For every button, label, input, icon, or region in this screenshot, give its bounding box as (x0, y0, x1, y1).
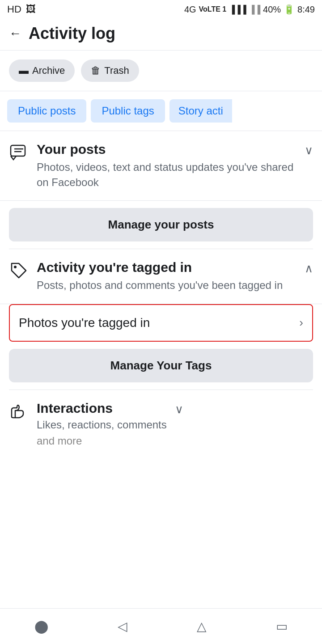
svg-point-3 (14, 266, 17, 268)
network-indicator: 4G (184, 4, 196, 15)
interactions-extra-desc: and more (9, 435, 313, 447)
filter-chips-row: ▬ Archive 🗑 Trash (0, 51, 322, 91)
your-posts-section: Your posts Photos, videos, text and stat… (0, 131, 322, 201)
nav-back-icon[interactable]: ◁ (118, 619, 127, 634)
battery-icon: 🔋 (284, 4, 295, 15)
posts-icon (9, 143, 29, 166)
interactions-section: Interactions Likes, reactions, comments … (0, 390, 322, 447)
signal-icon: ▐▐▐ (229, 5, 246, 14)
status-bar-right: 4G VoLTE 1 ▐▐▐ ▐▐ 40% 🔋 8:49 (184, 4, 315, 15)
photo-icon: 🖼 (26, 4, 36, 15)
archive-chip[interactable]: ▬ Archive (9, 59, 75, 82)
archive-icon: ▬ (19, 65, 29, 76)
archive-label: Archive (32, 65, 65, 76)
manage-posts-button[interactable]: Manage your posts (9, 208, 313, 242)
status-bar-left: HD 🖼 (7, 4, 36, 15)
activity-tagged-section: Activity you're tagged in Posts, photos … (0, 249, 322, 304)
hd-indicator: HD (7, 4, 21, 15)
photos-tagged-in-item[interactable]: Photos you're tagged in › (9, 304, 313, 342)
tab-public-posts[interactable]: Public posts (7, 99, 86, 123)
interactions-icon (9, 402, 29, 425)
trash-label: Trash (104, 65, 129, 76)
svg-rect-0 (11, 145, 25, 156)
time-display: 8:49 (297, 4, 315, 15)
nav-recents-icon[interactable]: ▭ (276, 619, 288, 634)
sim2-signal: ▐▐ (249, 5, 261, 14)
trash-icon: 🗑 (91, 65, 101, 76)
nav-up-icon[interactable]: △ (197, 619, 207, 634)
bottom-nav-bar: ⬤ ◁ △ ▭ (0, 608, 322, 644)
activity-tagged-chevron[interactable]: ∧ (305, 262, 313, 275)
nav-home-icon[interactable]: ⬤ (34, 619, 48, 634)
manage-tags-button[interactable]: Manage Your Tags (9, 349, 313, 382)
tab-story-activity[interactable]: Story acti (169, 99, 232, 123)
tag-icon (9, 261, 29, 284)
back-button[interactable]: ← (9, 26, 21, 41)
photos-tagged-label: Photos you're tagged in (19, 316, 150, 330)
page-title: Activity log (29, 24, 115, 43)
tab-public-tags[interactable]: Public tags (91, 99, 165, 123)
activity-tagged-desc: Posts, photos and comments you've been t… (37, 278, 305, 293)
your-posts-chevron[interactable]: ∨ (305, 144, 313, 157)
your-posts-desc: Photos, videos, text and status updates … (37, 160, 305, 190)
interactions-chevron[interactable]: ∨ (175, 402, 183, 416)
activity-tagged-title: Activity you're tagged in (37, 260, 305, 275)
photos-tagged-chevron: › (299, 316, 303, 330)
your-posts-title: Your posts (37, 142, 305, 157)
interactions-desc: Likes, reactions, comments (37, 419, 167, 431)
trash-chip[interactable]: 🗑 Trash (81, 59, 139, 82)
battery-indicator: 40% (263, 4, 281, 15)
status-bar: HD 🖼 4G VoLTE 1 ▐▐▐ ▐▐ 40% 🔋 8:49 (0, 0, 322, 17)
page-header: ← Activity log (0, 17, 322, 51)
volte-indicator: VoLTE 1 (199, 5, 227, 13)
interactions-title: Interactions (37, 401, 167, 416)
category-tab-row: Public posts Public tags Story acti (0, 91, 322, 131)
bottom-fade (0, 581, 322, 608)
